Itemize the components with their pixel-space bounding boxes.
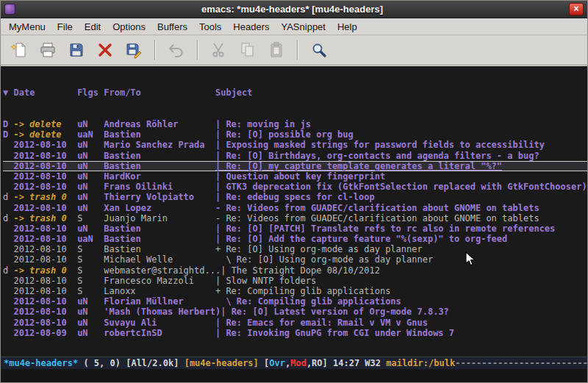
message-row[interactable]: d-> trash 0Swebmaster@straightd...| The …	[3, 265, 587, 276]
message-subject: | Re: [O] Add the capture feature "%(sex…	[215, 234, 507, 244]
message-from: HardKor	[104, 171, 215, 182]
save-button[interactable]	[64, 38, 89, 62]
column-header-subject[interactable]: Subject	[215, 87, 253, 98]
message-flags: uN	[77, 161, 104, 171]
mark-indicator	[3, 223, 13, 234]
message-row-current[interactable]: 2012-08-10uNBastien| Re: [O] my capture …	[3, 161, 587, 171]
message-flags: uN	[77, 151, 104, 161]
menu-headers[interactable]: Headers	[227, 19, 275, 35]
print-icon	[39, 41, 57, 59]
modeline-major-mode[interactable]: [mu4e-headers]	[184, 358, 259, 368]
window-close-button[interactable]: ×	[569, 3, 584, 15]
mu4e-headers-buffer[interactable]: ▼ Date Flgs From/To Subject D-> deleteuN…	[1, 65, 587, 357]
message-row[interactable]: 2012-08-09uNrobertcInSD| Re: Invoking Gn…	[3, 328, 587, 338]
message-flags: S	[77, 286, 104, 296]
message-row[interactable]: d-> trash 0uNThierry Volpiatto| Re: edeb…	[3, 192, 587, 202]
message-row[interactable]: d-> trash 0SJuanjo Marin- Re: Videos fro…	[3, 213, 587, 223]
message-subject: - Re: Videos from GUADEC/clarification a…	[215, 213, 539, 223]
message-row[interactable]: 2012-08-10uNSuvayu Ali| Re: Emacs for em…	[3, 318, 587, 328]
mark-indicator	[3, 171, 13, 182]
message-row[interactable]: 2012-08-10uNXan Lopez- Re: Videos from G…	[3, 203, 587, 213]
message-row[interactable]: 2012-08-10uNBastien| Re: [O] [PATCH] Tra…	[3, 223, 587, 234]
column-header-flags[interactable]: Flgs	[77, 87, 104, 98]
message-row[interactable]: 2012-08-10SBastien+ Re: [O] Using org-mo…	[3, 244, 587, 254]
message-row[interactable]: 2012-08-10uNHardKor| Question about key …	[3, 171, 587, 182]
message-subject: | Re: [O] Latest version of Org-mode 7.8…	[220, 307, 449, 317]
message-flags: S	[77, 213, 104, 223]
message-date: 2012-08-10	[13, 296, 77, 307]
message-from: 'Mash (Thomas Herbert)	[104, 307, 220, 317]
message-subject: | Re: [O] Birthdays, org-contacts and ag…	[215, 151, 539, 161]
titlebar[interactable]: emacs: *mu4e-headers* [mu4e-headers] ×	[1, 1, 587, 18]
mark-indicator: D	[3, 129, 13, 140]
message-row[interactable]: 2012-08-10uNBastien| Re: [O] Birthdays, …	[3, 151, 587, 161]
menu-bar: MyMenuFileEditOptionsBuffersToolsHeaders…	[1, 18, 587, 35]
mark-action: -> delete	[13, 119, 77, 129]
modeline-buffer-name[interactable]: *mu4e-headers*	[4, 358, 78, 368]
message-flags: uN	[77, 203, 104, 213]
close-icon: ×	[573, 4, 578, 14]
message-row[interactable]: 2012-08-10SMichael Welle \ Re: [O] Using…	[3, 254, 587, 265]
header-line[interactable]: ▼ Date Flgs From/To Subject	[3, 87, 587, 98]
message-from: Andreas Röhler	[104, 119, 215, 129]
message-row[interactable]: 2012-08-10uNMario Sanchez Prada| Exposin…	[3, 140, 587, 150]
menu-yasnippet[interactable]: YASnippet	[275, 19, 331, 35]
sort-direction-icon[interactable]: ▼	[3, 87, 13, 98]
message-date: 2012-08-10	[13, 286, 77, 296]
print-button[interactable]	[35, 38, 60, 62]
message-row[interactable]: 2012-08-10SLanoxx+ Re: Compiling glib ap…	[3, 286, 587, 296]
mark-indicator	[3, 254, 13, 265]
message-subject: | Re: edebug specs for cl-loop	[215, 192, 375, 202]
mark-indicator	[3, 307, 13, 317]
message-from: Bastien	[104, 151, 215, 161]
mark-indicator	[3, 296, 13, 307]
message-row[interactable]: 2012-08-10uN'Mash (Thomas Herbert)| Re: …	[3, 307, 587, 317]
menu-buffers[interactable]: Buffers	[151, 19, 193, 35]
message-flags: S	[77, 254, 104, 265]
message-flags: uN	[77, 307, 104, 317]
search-button[interactable]	[306, 38, 331, 62]
message-row[interactable]: D-> deleteuaNBastien| Re: [O] possible o…	[3, 129, 587, 140]
message-subject: \ Re: [O] Using org-mode as day planner	[215, 254, 433, 265]
mark-indicator: d	[3, 265, 13, 276]
tool-bar	[1, 35, 587, 65]
message-from: Lanoxx	[104, 286, 215, 296]
column-header-from[interactable]: From/To	[104, 87, 215, 98]
message-from: Florian Müllner	[104, 296, 215, 307]
message-row[interactable]: 2012-08-10uNFrans Oilinki| GTK3 deprecat…	[3, 182, 587, 192]
message-row[interactable]: 2012-08-10uaNBastien| Re: [O] Add the ca…	[3, 234, 587, 244]
message-from: Bastien	[104, 234, 215, 244]
message-flags: uN	[77, 140, 104, 150]
message-from: robertcInSD	[104, 328, 215, 338]
menu-tools[interactable]: Tools	[193, 19, 227, 35]
modeline-overwrite-indicator: Ovr	[269, 358, 285, 368]
column-header-date[interactable]: Date	[13, 87, 77, 98]
message-date: 2012-08-10	[13, 223, 77, 234]
menu-mymenu[interactable]: MyMenu	[3, 19, 51, 35]
message-row[interactable]: D-> deleteuNAndreas Röhler| Re: moving i…	[3, 119, 587, 129]
window-icon[interactable]	[4, 4, 15, 15]
message-row[interactable]: 2012-08-10SFrancesco Mazzoli| Slow NNTP …	[3, 276, 587, 286]
message-subject: | Re: Emacs for email: Rmail v VM v Gnus	[215, 318, 428, 328]
new-file-button[interactable]	[7, 38, 32, 62]
menu-help[interactable]: Help	[331, 19, 363, 35]
message-flags: uN	[77, 318, 104, 328]
menu-options[interactable]: Options	[107, 19, 151, 35]
save-as-button[interactable]	[121, 38, 146, 62]
message-date: 2012-08-10	[13, 140, 77, 150]
close-buffer-button[interactable]	[93, 38, 118, 62]
message-from: Xan Lopez	[104, 203, 215, 213]
message-flags: S	[77, 265, 104, 276]
message-date: 2012-08-10	[13, 254, 77, 265]
menu-file[interactable]: File	[51, 19, 79, 35]
modeline-filler-dashes: ----------------------------------------…	[455, 358, 587, 368]
mark-indicator	[3, 203, 13, 213]
echo-area[interactable]	[1, 369, 587, 382]
mark-action: -> delete	[13, 129, 77, 140]
mark-indicator: D	[3, 119, 13, 129]
message-date: 2012-08-10	[13, 182, 77, 192]
message-date: 2012-08-10	[13, 318, 77, 328]
window-title: emacs: *mu4e-headers* [mu4e-headers]	[15, 4, 569, 15]
menu-edit[interactable]: Edit	[79, 19, 107, 35]
message-row[interactable]: 2012-08-10uNFlorian Müllner \ Re: Compil…	[3, 296, 587, 307]
